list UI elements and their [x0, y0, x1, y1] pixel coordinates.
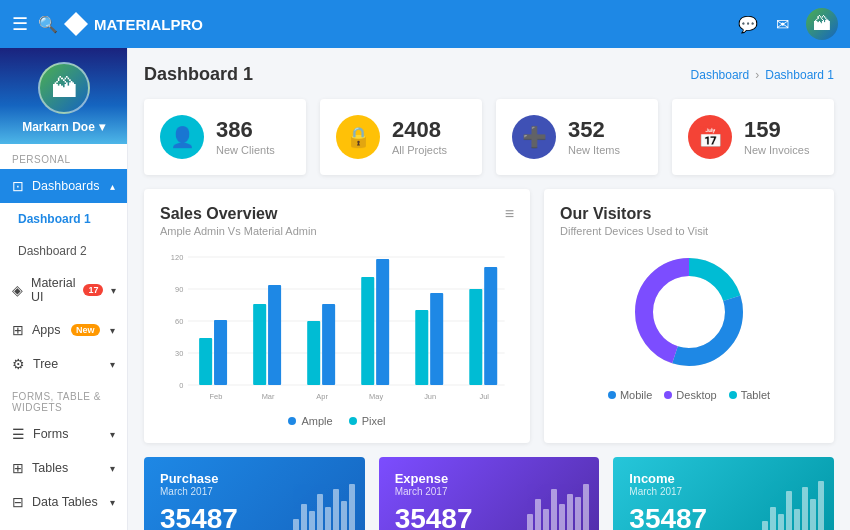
mini-bar [349, 484, 355, 530]
mini-bar [535, 499, 541, 530]
sidebar: 🏔 Markarn Doe ▾ Personal ⊡ Dashboards ▴ … [0, 48, 128, 530]
visitors-title: Our Visitors [560, 205, 818, 223]
svg-text:Mar: Mar [262, 392, 275, 401]
mini-bar [802, 487, 808, 530]
svg-text:Apr: Apr [316, 392, 328, 401]
sidebar-item-dashboard1[interactable]: Dashboard 1 [0, 203, 127, 235]
chart-subtitle: Ample Admin Vs Material Admin [160, 225, 317, 237]
mail-icon[interactable]: ✉ [772, 14, 792, 34]
mini-bar [301, 504, 307, 530]
search-icon[interactable]: 🔍 [38, 15, 58, 34]
hamburger-button[interactable]: ☰ [12, 13, 28, 35]
donut-legend-desktop: Desktop [664, 389, 716, 401]
logo-text: MATERIALPRO [94, 16, 203, 33]
bottom-cards: Purchase March 2017 35487 Expense March … [144, 457, 834, 530]
stat-card-clients: 👤 386 New Clients [144, 99, 306, 175]
mini-bar [551, 489, 557, 530]
mini-bar [333, 489, 339, 530]
material-ui-icon: ◈ [12, 282, 23, 298]
mini-bar [794, 509, 800, 530]
apps-icon: ⊞ [12, 322, 24, 338]
invoices-label: New Invoices [744, 144, 809, 156]
sidebar-item-tree[interactable]: ⚙ Tree ▾ [0, 347, 127, 381]
svg-rect-14 [307, 321, 320, 385]
sidebar-item-dashboards[interactable]: ⊡ Dashboards ▴ [0, 169, 127, 203]
tree-icon: ⚙ [12, 356, 25, 372]
invoices-icon: 📅 [688, 115, 732, 159]
chevron-icon: ▾ [110, 497, 115, 508]
svg-text:0: 0 [179, 381, 183, 390]
mini-bar [575, 497, 581, 530]
chart-menu-icon[interactable]: ≡ [505, 205, 514, 223]
mini-bar [309, 511, 315, 530]
expense-card: Expense March 2017 35487 [379, 457, 600, 530]
svg-text:Jul: Jul [479, 392, 489, 401]
chevron-icon: ▾ [110, 359, 115, 370]
sales-chart-card: Sales Overview Ample Admin Vs Material A… [144, 189, 530, 443]
main-content: Dashboard 1 Dashboard › Dashboard 1 👤 38… [128, 48, 850, 530]
mini-bar [293, 519, 299, 530]
sidebar-item-data-tables[interactable]: ⊟ Data Tables ▾ [0, 485, 127, 519]
mobile-dot [608, 391, 616, 399]
expense-mini-chart [527, 484, 589, 530]
legend-dot-ample [288, 417, 296, 425]
mini-bar [786, 491, 792, 530]
chevron-icon: ▴ [110, 181, 115, 192]
stat-cards: 👤 386 New Clients 🔒 2408 All Projects ➕ … [144, 99, 834, 175]
material-ui-badge: 17 [83, 284, 103, 296]
invoices-value: 159 [744, 119, 809, 141]
section-label-personal: Personal [0, 144, 127, 169]
visitors-subtitle: Different Devices Used to Visit [560, 225, 818, 237]
sidebar-item-tables[interactable]: ⊞ Tables ▾ [0, 451, 127, 485]
items-info: 352 New Items [568, 119, 620, 156]
sidebar-user: 🏔 Markarn Doe ▾ [0, 48, 127, 144]
breadcrumb-home[interactable]: Dashboard [691, 68, 750, 82]
clients-value: 386 [216, 119, 275, 141]
mini-bar [778, 514, 784, 530]
sidebar-item-dashboard2[interactable]: Dashboard 2 [0, 235, 127, 267]
svg-point-32 [659, 282, 719, 342]
svg-rect-19 [430, 293, 443, 385]
donut-legend-tablet: Tablet [729, 389, 770, 401]
sidebar-item-material-ui[interactable]: ◈ Material UI 17 ▾ [0, 267, 127, 313]
svg-rect-16 [361, 277, 374, 385]
clients-icon: 👤 [160, 115, 204, 159]
projects-label: All Projects [392, 144, 447, 156]
breadcrumb-bar: Dashboard 1 Dashboard › Dashboard 1 [144, 64, 834, 85]
mini-bar [770, 507, 776, 530]
svg-rect-21 [484, 267, 497, 385]
items-label: New Items [568, 144, 620, 156]
purchase-card: Purchase March 2017 35487 [144, 457, 365, 530]
chevron-icon: ▾ [110, 463, 115, 474]
middle-section: Sales Overview Ample Admin Vs Material A… [144, 189, 834, 443]
chevron-icon: ▾ [110, 429, 115, 440]
mini-bar [543, 509, 549, 530]
stat-card-invoices: 📅 159 New Invoices [672, 99, 834, 175]
svg-rect-12 [253, 304, 266, 385]
sidebar-item-widgets[interactable]: ⊠ Widgets ▾ [0, 519, 127, 530]
page-title: Dashboard 1 [144, 64, 253, 85]
sidebar-item-apps[interactable]: ⊞ Apps New ▾ [0, 313, 127, 347]
mini-bar [810, 499, 816, 530]
avatar[interactable]: 🏔 [806, 8, 838, 40]
tablet-dot [729, 391, 737, 399]
mini-bar [567, 494, 573, 530]
chart-legend: Ample Pixel [160, 415, 514, 427]
projects-icon: 🔒 [336, 115, 380, 159]
visitors-card: Our Visitors Different Devices Used to V… [544, 189, 834, 443]
svg-text:30: 30 [175, 349, 183, 358]
breadcrumb: Dashboard › Dashboard 1 [691, 68, 834, 82]
mini-bar [317, 494, 323, 530]
donut-legend: Mobile Desktop Tablet [608, 389, 770, 401]
svg-rect-20 [469, 289, 482, 385]
section-label-forms: Forms, Table & Widgets [0, 381, 127, 417]
apps-badge: New [71, 324, 100, 336]
top-nav: ☰ 🔍 MATERIALPRO 💬 ✉ 🏔 [0, 0, 850, 48]
chart-header: Sales Overview Ample Admin Vs Material A… [160, 205, 514, 237]
svg-text:May: May [369, 392, 383, 401]
legend-ample: Ample [288, 415, 332, 427]
chat-icon[interactable]: 💬 [738, 14, 758, 34]
chart-title-block: Sales Overview Ample Admin Vs Material A… [160, 205, 317, 237]
logo-icon [64, 12, 88, 36]
sidebar-item-forms[interactable]: ☰ Forms ▾ [0, 417, 127, 451]
